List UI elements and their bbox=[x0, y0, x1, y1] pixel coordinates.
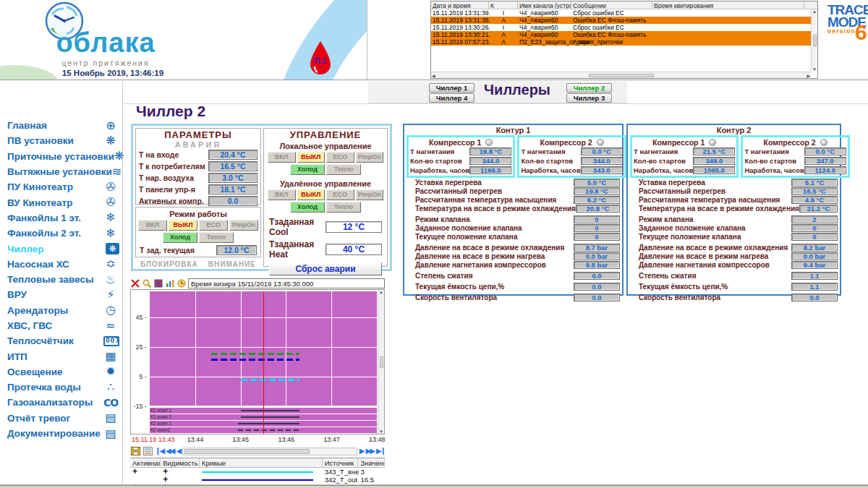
x-axis-tick-label: 13:44 bbox=[187, 436, 204, 443]
legend-row[interactable]: +342_T_out16.5 bbox=[130, 476, 385, 484]
plot-vertical-scrollbar[interactable]: ▲▼ bbox=[378, 290, 384, 434]
parameters-box: ПАРАМЕТРЫ АВАРИЯ Т на входе20.4 °CТ к по… bbox=[135, 128, 261, 205]
circuit-parameter-label: Рассчитанный перегрев bbox=[639, 187, 791, 195]
sidebar-item-lightbulb[interactable]: Освещение✹ bbox=[7, 364, 119, 380]
alarm-row[interactable]: 15.11.2019 07:57:23.AП2_Е23_защита_от_за… bbox=[431, 38, 811, 46]
remote-pmpon-button[interactable]: PmpOn bbox=[356, 189, 384, 200]
alarm-row[interactable]: 15.11.2019 13:30:26.IЧ4_Авария50Сброс ош… bbox=[431, 24, 811, 31]
sidebar-item-globe[interactable]: Главная⊕ bbox=[7, 118, 119, 133]
mode-pmpon-button[interactable]: PmpOn bbox=[229, 220, 258, 231]
setpoint-row: Тзаданная Cool12 °C bbox=[269, 217, 382, 237]
legend-active-toggle[interactable]: + bbox=[130, 468, 161, 475]
sidebar-item-faucet[interactable]: ХВС, ГВС≈ bbox=[7, 318, 119, 333]
legend-visible-toggle[interactable]: + bbox=[161, 476, 200, 483]
sidebar-item-pump-station[interactable]: Насосная ХС≎ bbox=[7, 257, 119, 272]
local-холод-button[interactable]: Холод bbox=[290, 164, 325, 175]
alarm-cell: Сброс ошибки ЕС bbox=[571, 9, 652, 17]
mode-тепло-button[interactable]: Тепло bbox=[199, 232, 234, 243]
sidebar-item-chiller[interactable]: Чиллер❋ bbox=[7, 241, 119, 256]
sidebar-item-fan[interactable]: Приточные установки❋ bbox=[7, 149, 119, 164]
fast-forward-button[interactable]: ▶▶ bbox=[366, 448, 374, 455]
time-icon[interactable] bbox=[176, 278, 187, 288]
local-тепло-button[interactable]: Тепло bbox=[326, 164, 361, 175]
legend-source: 343_Т_внешняя bbox=[323, 468, 359, 476]
local-pmpon-button[interactable]: PmpOn bbox=[356, 152, 384, 163]
remote-холод-button[interactable]: Холод bbox=[290, 202, 325, 213]
compressor-row-value: 21.5 °C bbox=[693, 147, 735, 155]
delete-cursor-icon[interactable] bbox=[130, 278, 140, 288]
circuit-parameter-value: 0.0 bbox=[574, 294, 620, 301]
version-number: 6 bbox=[855, 22, 867, 42]
sidebar-item-water-leak[interactable]: Протечка воды∴ bbox=[7, 380, 119, 395]
sidebar-item-document[interactable]: Документирование▤ bbox=[7, 426, 119, 441]
mode-вкл-button[interactable]: ВКЛ bbox=[138, 220, 167, 231]
alarm-row[interactable]: 15.11.2019 13:31:38.AЧ4_Авария50Ошибка Е… bbox=[431, 17, 811, 24]
alarm-cell: 15.11.2019 13:30:26. bbox=[431, 24, 489, 31]
sidebar-item-cinema-camera[interactable]: ПУ Кинотеатр✇ bbox=[7, 179, 119, 194]
chiller-nav-button[interactable]: Чиллер 2 bbox=[566, 83, 612, 93]
local-eco-button[interactable]: ECO bbox=[326, 152, 354, 163]
sidebar-item-fan[interactable]: ПВ установки❋ bbox=[7, 133, 119, 148]
stop-record-icon[interactable] bbox=[153, 278, 163, 288]
compressor-row-value: 1095.0 bbox=[693, 166, 735, 174]
curve-list-icon[interactable] bbox=[142, 447, 153, 456]
legend-visible-toggle[interactable]: + bbox=[161, 468, 200, 475]
sidebar-item-label: Фанкойлы 1 эт. bbox=[7, 213, 102, 223]
local-вкл-button[interactable]: ВКЛ bbox=[268, 152, 296, 163]
compressor-row-value: 344.0 bbox=[581, 157, 623, 165]
local-выкл-button[interactable]: ВЫКЛ bbox=[297, 152, 326, 163]
back-button[interactable]: ◀ bbox=[176, 448, 180, 455]
alarm-vertical-scrollbar[interactable]: ▲▼ bbox=[811, 9, 817, 72]
gridline bbox=[331, 291, 332, 406]
cursor-time-field[interactable]: Время визира 15/11/2019 13:45:30.000 bbox=[188, 278, 385, 288]
time-cursor-line[interactable] bbox=[263, 291, 264, 435]
setpoint-input[interactable]: 40 °C bbox=[326, 244, 382, 255]
circuit-parameter-value: 4.6 °C bbox=[791, 196, 838, 204]
chart-settings-icon[interactable] bbox=[165, 278, 175, 288]
setpoint-input[interactable]: 12 °C bbox=[326, 221, 382, 233]
jump-end-button[interactable]: ▶❙ bbox=[376, 448, 385, 455]
circuit-parameter-value: 0 bbox=[574, 233, 620, 241]
fast-back-button[interactable]: ◀◀ bbox=[166, 448, 174, 455]
sidebar-item-heat-exchanger[interactable]: ИТП▦ bbox=[7, 348, 119, 364]
legend-value: 3 bbox=[359, 468, 385, 476]
sidebar-item-power-input[interactable]: ВРУ⚡ bbox=[7, 287, 119, 302]
remote-выкл-button[interactable]: ВЫКЛ bbox=[297, 189, 326, 200]
sidebar-item-meter-gauge[interactable]: Арендаторы◷ bbox=[7, 303, 119, 318]
mode-выкл-button[interactable]: ВЫКЛ bbox=[169, 220, 197, 231]
jump-start-button[interactable]: ❙◀ bbox=[155, 448, 163, 455]
sidebar-item-label: Главная bbox=[7, 120, 102, 131]
chiller-nav-button[interactable]: Чиллер 4 bbox=[429, 93, 475, 103]
sidebar-item-cinema-camera[interactable]: ВУ Кинотеатр✇ bbox=[7, 194, 119, 210]
compressor-row-label: Кол-во стартов bbox=[410, 157, 469, 165]
alarm-horizontal-scrollbar[interactable]: ◀▶ bbox=[431, 72, 811, 78]
remote-тепло-button[interactable]: Тепло bbox=[326, 202, 361, 213]
save-icon[interactable] bbox=[130, 447, 140, 456]
sidebar-item-co-gas[interactable]: ГазоанализаторыCO bbox=[7, 395, 119, 410]
sidebar-item-heat-counter[interactable]: Теплосчётчик007 bbox=[7, 333, 119, 348]
alarm-row[interactable]: 15.11.2019 13:31:39.IЧ4_Авария50Сброс ош… bbox=[431, 9, 811, 17]
control-box: УПРАВЛЕНИЕ Локальное управление ВКЛВЫКЛE… bbox=[263, 128, 388, 267]
reset-alarm-button[interactable]: Сброс аварии bbox=[269, 262, 382, 275]
circuit-parameter-row: Степень сжатия0.0 bbox=[407, 271, 620, 280]
alarm-row[interactable]: 15.11.2019 13:30:21.AЧ4_Авария50Ошибка Е… bbox=[431, 31, 811, 38]
parameter-row: Т к потребителям16.5 °C bbox=[139, 160, 258, 172]
chiller-nav-button[interactable]: Чиллер 1 bbox=[429, 83, 475, 93]
sidebar-item-alarm-report[interactable]: Отчёт тревог▤ bbox=[7, 411, 119, 426]
mode-холод-button[interactable]: Холод bbox=[163, 232, 197, 243]
zoom-icon[interactable] bbox=[142, 278, 152, 288]
compressor-row-label: Т нагнетания bbox=[634, 147, 693, 155]
mode-eco-button[interactable]: ECO bbox=[199, 220, 228, 231]
forward-button[interactable]: ▶ bbox=[359, 448, 364, 455]
trend-horizontal-scrollbar[interactable] bbox=[182, 448, 357, 455]
sidebar-item-snowflake[interactable]: Фанкойлы 1 эт.❄ bbox=[7, 210, 119, 226]
legend-row[interactable]: ++343_Т_внешняя3 bbox=[130, 468, 385, 476]
remote-вкл-button[interactable]: ВКЛ bbox=[268, 189, 296, 200]
sidebar-item-heat-curtain[interactable]: Тепловые завесы♨ bbox=[7, 272, 119, 287]
chiller-nav-button[interactable]: Чиллер 3 bbox=[566, 93, 612, 103]
sidebar-item-exhaust-hood[interactable]: Вытяжные установки≋ bbox=[7, 164, 119, 179]
leak-drop-icon[interactable]: П.1 bbox=[307, 40, 333, 77]
alarm-column-header: Имя канала (устройства) bbox=[518, 1, 571, 9]
sidebar-item-snowflake[interactable]: Фанкойлы 2 эт.❄ bbox=[7, 226, 119, 241]
remote-eco-button[interactable]: ECO bbox=[326, 189, 354, 200]
